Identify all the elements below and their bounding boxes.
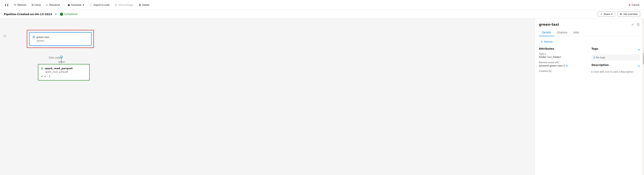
node-subtext: green/ [37,40,88,42]
collapse-icon: ❮❮ [4,4,9,6]
schedule-button[interactable]: ▣ Schedule ▾ [65,2,86,8]
export-button[interactable]: 📄 Export to code [87,2,112,8]
panel-refresh-button[interactable]: ↻ Refresh [539,39,555,44]
schedule-icon: ▣ [68,4,70,6]
desc-section-header: Description ✏ [592,63,640,69]
delete-icon: 🗑 [139,4,141,6]
type-info-icon: ℹ [545,53,546,55]
status-dot [60,13,63,16]
panel-title-actions: ⤢ ⊡ [630,22,640,27]
desc-title: Description [592,63,609,67]
version-separator: | [47,75,48,78]
lineage-label: Show lineage [118,4,133,6]
green-label: green [58,61,65,63]
title-bar: Pipeline-Created-on-04-13-2023 ✏ Complet… [0,10,644,18]
desc-hint-text: Click edit icon to add a description [594,71,633,73]
attributes-col: Attributes Type ℹ Folder (uri_folder) Na… [539,47,588,73]
lineage-icon: ⊞ [115,4,117,6]
spark-node-subtext: spark_read_parquet [45,71,86,73]
desc-edit-icon: ✏ [638,65,640,68]
desc-info-icon: ℹ [592,70,592,73]
delete-button[interactable]: 🗑 Delete [136,2,152,8]
node-header: ⊞ green-taxi [32,35,88,39]
spark-node[interactable]: ⊞ spark_read_parquet spark_read_parquet … [38,64,90,81]
expand-icon-btn[interactable]: ⤢ [630,22,634,27]
version-num: 1 [49,75,50,78]
version-label: v [44,75,46,78]
no-tags-info-icon: ℹ [594,56,595,59]
clone-button[interactable]: ⧉ Clone [29,2,43,8]
node-name: green-taxi [36,36,50,39]
share-label: Share [604,13,610,16]
panel-refresh-icon: ↻ [541,40,543,43]
job-overview-button[interactable]: ⊞ Job overview [618,12,640,17]
job-overview-icon: ⊞ [620,13,622,16]
cursor-icon: ☞ [3,34,7,39]
spark-header: ⊞ spark_read_parquet [41,67,86,70]
lineage-button[interactable]: ⊞ Show lineage [112,2,136,8]
refresh-button[interactable]: ↻ Refresh [12,2,28,8]
schedule-label: Schedule [71,4,82,6]
delete-label: Delete [142,4,150,6]
edit-pipeline-name-button[interactable]: ✏ [54,12,58,16]
schedule-dropdown-arrow: ▾ [83,4,84,6]
resubmit-button[interactable]: ▷ Resubmit [44,2,62,8]
canvas-area[interactable]: ☞ ⊞ green-taxi green/ Data output green [0,18,535,175]
tag-section-header: Tags ✏ [592,47,640,53]
resubmit-icon: ▷ [46,4,48,6]
copy-icon[interactable]: ⧉ [566,64,568,67]
tags-title: Tags [592,47,598,50]
spark-status-icon: ✔ [41,75,43,78]
panel-title: green-taxi ⤢ ⊡ [539,22,640,27]
clone-label: Clone [34,4,41,6]
tab-details[interactable]: Details [539,29,554,36]
named-asset-text: azureml:green-taxi:1 [539,64,565,67]
node-inner: ⊞ green-taxi green/ [29,32,92,46]
right-panel-header: green-taxi ⤢ ⊡ Details Explore [535,18,644,36]
toolbar-right: ⊗ Cancel [626,2,642,8]
desc-edit-button[interactable]: ✏ [638,65,640,68]
share-arrow: ▾ [611,13,612,16]
export-label: Export to code [94,4,110,6]
share-button[interactable]: ↗ Share ▾ [598,12,615,17]
no-tags: ℹ No tags [592,54,640,60]
tab-jobs[interactable]: Jobs [570,29,582,36]
expand-icon: ⤢ [631,23,634,26]
type-label: Type ℹ [539,53,588,55]
status-label: Completed [64,13,78,16]
panel-layout-btn[interactable]: ⊡ [636,22,640,27]
tab-explore[interactable]: Explore [554,29,571,36]
layout-icon: ⊡ [637,23,640,26]
tab-explore-label: Explore [558,31,568,34]
data-output-label: Data output [49,56,62,59]
pipeline-title: Pipeline-Created-on-04-13-2023 [4,13,52,16]
cancel-button[interactable]: ⊗ Cancel [626,2,642,8]
refresh-label: Refresh [18,4,26,6]
spark-footer: ✔ v | 1 [41,75,86,78]
type-value: Folder (uri_folder) [539,56,588,59]
cancel-label: Cancel [632,4,640,6]
panel-body: ↻ Refresh Attributes Type ℹ Folder (uri_… [535,36,644,175]
collapse-button[interactable]: ❮❮ [2,2,11,8]
scrollbar-thumb [643,53,644,64]
green-taxi-node[interactable]: ⊞ green-taxi green/ [27,30,94,48]
tags-col: Tags ✏ ℹ No tags Description ✏ [592,47,640,73]
right-panel: green-taxi ⤢ ⊡ Details Explore [535,18,644,175]
tab-details-label: Details [542,31,551,34]
title-bar-right: ↗ Share ▾ ⊞ Job overview [598,12,640,17]
share-icon: ↗ [600,13,602,16]
refresh-icon: ↻ [14,4,16,6]
panel-refresh-label: Refresh [544,40,553,43]
attributes-title: Attributes [539,47,588,50]
job-overview-label: Job overview [623,13,638,16]
clone-icon: ⧉ [32,4,33,7]
panel-section: Attributes Type ℹ Folder (uri_folder) Na… [539,47,640,73]
spark-icon: ⊞ [41,67,43,70]
right-panel-scrollbar[interactable] [642,18,644,175]
cancel-icon: ⊗ [628,4,630,6]
named-asset-label: Named asset URI [539,61,588,64]
named-asset-with-icon: azureml:green-taxi:1 ⧉ [539,64,588,67]
node-data-icon: ⊞ [32,35,35,39]
desc-hint: ℹ Click edit icon to add a description [592,70,640,73]
tags-edit-button[interactable]: ✏ [638,48,640,51]
